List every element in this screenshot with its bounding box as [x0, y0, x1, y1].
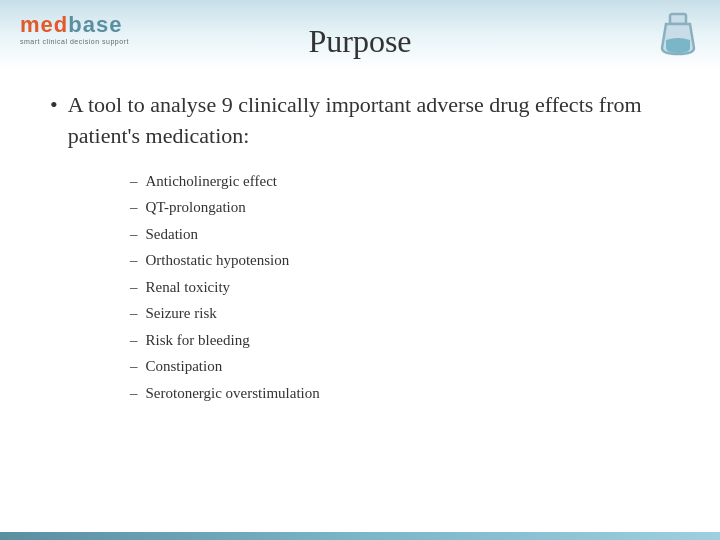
bottom-border [0, 532, 720, 540]
list-item: –Constipation [130, 355, 670, 378]
list-item: –Serotonergic overstimulation [130, 382, 670, 405]
dash-symbol: – [130, 302, 138, 325]
effects-list: –Anticholinergic effect–QT-prolongation–… [130, 170, 670, 405]
page-title: Purpose [308, 23, 411, 60]
logo: medbase smart clinical decision support [20, 14, 129, 45]
list-item: –Seizure risk [130, 302, 670, 325]
effect-label: Risk for bleeding [146, 329, 250, 352]
logo-text: medbase [20, 14, 122, 36]
dash-symbol: – [130, 355, 138, 378]
dash-symbol: – [130, 382, 138, 405]
dash-symbol: – [130, 223, 138, 246]
logo-base: base [68, 12, 122, 37]
list-item: –Renal toxicity [130, 276, 670, 299]
effect-label: Renal toxicity [146, 276, 231, 299]
effect-label: QT-prolongation [146, 196, 246, 219]
dash-symbol: – [130, 249, 138, 272]
bullet-symbol: • [50, 92, 58, 118]
main-bullet-text: A tool to analyse 9 clinically important… [68, 90, 670, 152]
dash-symbol: – [130, 170, 138, 193]
db-icon [656, 10, 700, 60]
svg-rect-0 [670, 14, 686, 24]
effect-label: Serotonergic overstimulation [146, 382, 320, 405]
dash-symbol: – [130, 196, 138, 219]
list-item: –QT-prolongation [130, 196, 670, 219]
logo-tagline: smart clinical decision support [20, 38, 129, 45]
content: • A tool to analyse 9 clinically importa… [0, 70, 720, 428]
effect-label: Sedation [146, 223, 199, 246]
main-bullet: • A tool to analyse 9 clinically importa… [50, 90, 670, 152]
effect-label: Seizure risk [146, 302, 217, 325]
header: medbase smart clinical decision support … [0, 0, 720, 70]
dash-symbol: – [130, 329, 138, 352]
list-item: –Anticholinergic effect [130, 170, 670, 193]
list-item: –Risk for bleeding [130, 329, 670, 352]
list-item: –Orthostatic hypotension [130, 249, 670, 272]
list-item: –Sedation [130, 223, 670, 246]
dash-symbol: – [130, 276, 138, 299]
effect-label: Anticholinergic effect [146, 170, 277, 193]
effect-label: Orthostatic hypotension [146, 249, 290, 272]
logo-med: med [20, 12, 68, 37]
effect-label: Constipation [146, 355, 223, 378]
